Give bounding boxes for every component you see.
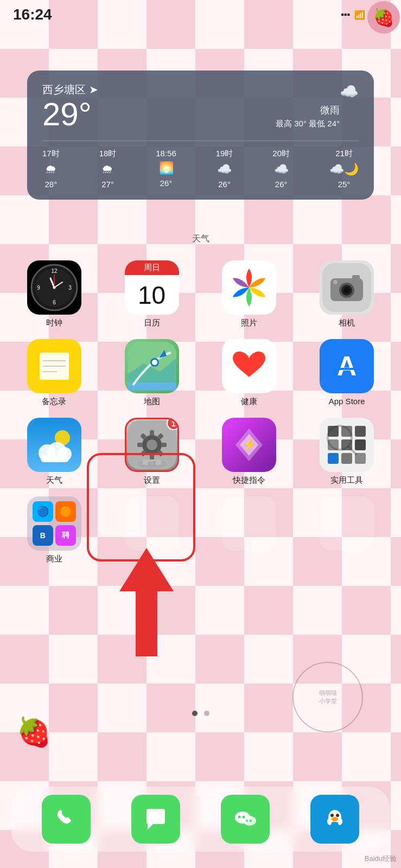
svg-point-77 [336, 814, 339, 817]
signal-icon: ▪▪▪ [341, 10, 350, 20]
photos-label: 照片 [241, 318, 257, 328]
calendar-label: 日历 [144, 318, 160, 328]
weather-temp-row: 29° 微雨 最高 30° 最低 24° [42, 98, 340, 131]
weather-temp: 29° [42, 98, 92, 131]
weather-location: 西乡塘区 ➤ ☁️ [42, 82, 359, 97]
svg-rect-62 [328, 453, 339, 464]
app-cell-camera[interactable]: 相机 [298, 255, 396, 334]
forecast-item-3: 19时 ☁️ 26° [216, 149, 233, 189]
weather-desc-col: 微雨 最高 30° 最低 24° [276, 98, 340, 129]
red-arrow [98, 542, 195, 662]
app-cell-empty-2 [201, 491, 298, 570]
forecast-item-2: 18:56 🌅 26° [156, 149, 176, 189]
svg-point-17 [333, 280, 338, 284]
svg-point-9 [53, 286, 55, 289]
weather-app-icon [27, 418, 81, 472]
status-bar: 16:24 ▪▪▪ 📶 66 [0, 0, 401, 29]
weather-label: 天气 [0, 233, 401, 245]
app-grid: 12 3 6 9 时钟 周日 10 日历 [0, 255, 401, 570]
weather-widget[interactable]: 西乡塘区 ➤ ☁️ 29° 微雨 最高 30° 最低 24° 17时 🌧 28°… [27, 71, 374, 200]
svg-point-39 [147, 439, 157, 450]
app-cell-calendar[interactable]: 周日 10 日历 [103, 255, 201, 334]
photos-icon [222, 260, 276, 315]
svg-point-25 [152, 360, 157, 365]
camera-label: 相机 [339, 318, 355, 328]
appstore-label: App Store [329, 397, 365, 406]
calendar-icon: 周日 10 [125, 260, 179, 315]
utilities-label: 实用工具 [330, 475, 363, 486]
svg-point-73 [250, 820, 252, 822]
clock-icon: 12 3 6 9 [27, 260, 81, 315]
svg-rect-42 [161, 443, 167, 447]
shortcuts-icon: ⚡ [222, 418, 276, 472]
svg-point-71 [242, 816, 245, 819]
svg-rect-40 [150, 430, 154, 436]
svg-point-15 [343, 287, 350, 293]
utilities-icon [320, 418, 374, 472]
svg-text:6: 6 [53, 299, 56, 305]
dock-messages[interactable] [131, 795, 180, 844]
page-dot-active [192, 711, 198, 716]
svg-marker-67 [119, 548, 174, 656]
shortcuts-label: 快捷指令 [233, 475, 265, 486]
business-folder-icon: 🔵 🟠 B 聘 [27, 496, 81, 551]
svg-rect-46 [137, 443, 143, 447]
svg-rect-36 [41, 456, 69, 462]
app-cell-appstore[interactable]: A App Store [298, 334, 396, 412]
svg-rect-61 [355, 439, 366, 450]
app-cell-clock[interactable]: 12 3 6 9 时钟 [5, 255, 103, 334]
svg-text:3: 3 [68, 285, 72, 291]
health-icon [222, 339, 276, 393]
dock-wechat[interactable] [221, 795, 270, 844]
app-cell-shortcuts[interactable]: ⚡ 快捷指令 [201, 412, 298, 491]
health-label: 健康 [241, 397, 257, 407]
maps-label: 地图 [144, 397, 160, 407]
app-cell-notes[interactable]: 备忘录 [5, 334, 103, 412]
app-cell-empty-3 [298, 491, 396, 570]
dock-qq[interactable] [310, 795, 359, 844]
watermark-circle: 萌萌哒小学堂 [292, 662, 363, 732]
svg-point-72 [246, 820, 248, 822]
status-time: 16:24 [13, 6, 52, 23]
app-cell-utilities[interactable]: 实用工具 [298, 412, 396, 491]
dock [11, 787, 390, 852]
svg-point-76 [330, 814, 334, 817]
wifi-icon: 📶 [354, 10, 365, 20]
svg-point-70 [238, 816, 240, 819]
clock-label: 时钟 [46, 318, 62, 328]
forecast-item-4: 20时 ☁️ 26° [272, 149, 290, 189]
avatar-topright: 🍓 [367, 1, 400, 34]
app-cell-health[interactable]: 健康 [201, 334, 298, 412]
baidu-watermark: Baidu经验 [365, 854, 397, 864]
dock-phone[interactable] [42, 795, 91, 844]
svg-text:⚡: ⚡ [242, 437, 257, 452]
svg-rect-16 [352, 275, 360, 280]
appstore-icon: A [320, 339, 374, 393]
forecast-item-1: 18时 🌧 27° [99, 149, 117, 189]
svg-rect-58 [355, 426, 366, 437]
svg-rect-63 [341, 453, 352, 464]
svg-point-78 [332, 817, 338, 821]
weather-forecast: 17时 🌧 28° 18时 🌧 27° 18:56 🌅 26° 19时 ☁️ 2… [42, 141, 359, 189]
app-cell-maps[interactable]: 地图 [103, 334, 201, 412]
forecast-item-5: 21时 ☁️🌙 25° [329, 149, 359, 189]
maps-icon [125, 339, 179, 393]
notes-icon [27, 339, 81, 393]
notes-label: 备忘录 [42, 397, 66, 407]
forecast-item-0: 17时 🌧 28° [42, 149, 60, 189]
business-label: 商业 [46, 554, 62, 564]
strawberry-icon-bottom: 🍓 [16, 716, 52, 749]
svg-text:A: A [337, 351, 357, 381]
page-dot-inactive [204, 711, 209, 716]
app-cell-photos[interactable]: 照片 [201, 255, 298, 334]
svg-text:9: 9 [37, 285, 40, 291]
svg-text:12: 12 [51, 268, 58, 274]
weather-app-label: 天气 [46, 475, 62, 486]
camera-icon [320, 260, 374, 315]
